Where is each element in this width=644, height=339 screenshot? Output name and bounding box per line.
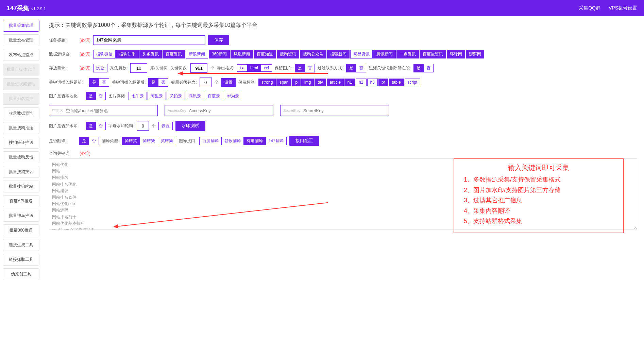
- sidebar-item-8[interactable]: 搜狗验证推送: [3, 137, 39, 149]
- translate-api-opt-1[interactable]: 谷歌翻译: [221, 137, 243, 145]
- html-tag-opt-10[interactable]: table: [389, 79, 404, 86]
- sidebar-item-0[interactable]: 批量采集管理: [3, 20, 39, 32]
- sidebar-item-16[interactable]: 链接抓取工具: [3, 254, 39, 266]
- source-tag-12[interactable]: 腾讯新闻: [373, 50, 396, 58]
- source-tag-8[interactable]: 搜狗资讯: [277, 50, 299, 58]
- sidebar: 批量采集管理批量发布管理发布站点监控批量自媒体管理批量短视频管理批量排名监控收录…: [0, 16, 42, 284]
- html-tag-opt-9[interactable]: br: [378, 79, 388, 86]
- fmt-label: 导出格式:: [217, 65, 234, 71]
- alpha-label: 字母水印轮询:: [108, 123, 134, 129]
- header-link-qq[interactable]: 采集QQ群: [579, 5, 600, 11]
- must-set-button[interactable]: 设置: [221, 78, 236, 87]
- sidebar-item-1[interactable]: 批量发布管理: [3, 34, 39, 46]
- sidebar-item-11[interactable]: 批量搜狗绑站: [3, 181, 39, 192]
- source-tag-13[interactable]: 一点资讯: [396, 50, 419, 58]
- source-tag-1[interactable]: 搜狗知乎: [116, 50, 139, 58]
- filter-contact-opt-0[interactable]: 是: [346, 64, 356, 72]
- translate-opt-0[interactable]: 是: [79, 137, 89, 145]
- source-tag-2[interactable]: 头条资讯: [139, 50, 162, 58]
- html-tag-opt-7[interactable]: h2: [356, 79, 366, 86]
- kw-after-opt-1[interactable]: 否: [158, 78, 168, 87]
- translate-type-opt-0[interactable]: 简转英: [122, 137, 140, 145]
- html-tag-opt-5[interactable]: article: [327, 79, 344, 86]
- api-config-button[interactable]: 接口配置: [289, 136, 319, 146]
- sidebar-item-14[interactable]: 批量360推送: [3, 224, 39, 236]
- html-tag-opt-1[interactable]: span: [276, 79, 291, 86]
- must-input[interactable]: [200, 78, 212, 87]
- sidebar-item-17[interactable]: 伪原创工具: [3, 268, 39, 280]
- translate-api-opt-2[interactable]: 有道翻译: [243, 137, 266, 145]
- source-tag-9[interactable]: 搜狗公众号: [300, 50, 326, 58]
- source-tag-15[interactable]: 环球网: [447, 50, 465, 58]
- html-tag-opt-11[interactable]: script: [405, 79, 421, 86]
- translate-api-opt-0[interactable]: 百度翻译: [199, 137, 221, 145]
- source-tag-6[interactable]: 凤凰新闻: [231, 50, 253, 58]
- header-link-vps[interactable]: VPS拨号设置: [609, 5, 637, 11]
- translate-api-opt-3[interactable]: 147翻译: [266, 137, 287, 145]
- translate-type-opt-1[interactable]: 简转繁: [140, 137, 158, 145]
- keep-img-opt-0[interactable]: 是: [295, 64, 305, 72]
- cloud-opt-1[interactable]: 阿里云: [148, 92, 166, 100]
- filter-contact-opt-1[interactable]: 否: [356, 64, 366, 72]
- fmt-opt-0[interactable]: txt: [237, 64, 247, 72]
- kw-after-opt-0[interactable]: 是: [148, 78, 158, 87]
- source-tag-0[interactable]: 搜狗微信: [93, 50, 116, 58]
- filter-contact-segment: 是否: [346, 64, 366, 72]
- translate-type-opt-2[interactable]: 英转简: [158, 137, 176, 145]
- task-title-input[interactable]: [93, 35, 205, 45]
- fmt-opt-1[interactable]: html: [247, 64, 261, 72]
- sidebar-item-12[interactable]: 百度API推送: [3, 195, 39, 207]
- alpha-input[interactable]: [137, 121, 149, 131]
- kw-count-label: 关键词数:: [170, 65, 188, 71]
- save-button[interactable]: 保存: [208, 35, 229, 45]
- translate-opt-1[interactable]: 否: [89, 137, 99, 145]
- source-tag-14[interactable]: 百度最资讯: [420, 50, 446, 58]
- ak-input[interactable]: [189, 108, 270, 113]
- filter-del-opt-1[interactable]: 否: [423, 64, 434, 72]
- alpha-set-button[interactable]: 设置: [158, 122, 173, 130]
- cloud-opt-4[interactable]: 百度云: [205, 92, 223, 100]
- source-tag-4[interactable]: 新浪新闻: [186, 50, 208, 58]
- filter-del-opt-0[interactable]: 是: [413, 64, 423, 72]
- sk-input[interactable]: [303, 108, 386, 113]
- img-local-opt-1[interactable]: 否: [96, 92, 106, 100]
- kw-before-opt-0[interactable]: 是: [89, 78, 99, 87]
- sidebar-item-10[interactable]: 批量搜狗投诉: [3, 166, 39, 178]
- keep-img-opt-1[interactable]: 否: [305, 64, 315, 72]
- html-tag-opt-6[interactable]: h1: [344, 79, 355, 86]
- keep-img-segment: 是否: [295, 64, 315, 72]
- kw-count-input[interactable]: [190, 63, 207, 73]
- sidebar-item-2[interactable]: 发布站点监控: [3, 49, 39, 61]
- sidebar-item-6[interactable]: 收录数据查询: [3, 107, 39, 119]
- fmt-opt-2[interactable]: xxf: [261, 64, 272, 72]
- html-tag-opt-2[interactable]: p: [292, 79, 301, 86]
- sidebar-item-13[interactable]: 批量神马推送: [3, 210, 39, 222]
- cloud-opt-0[interactable]: 七牛云: [129, 92, 147, 100]
- source-tag-5[interactable]: 360新闻: [209, 50, 230, 58]
- source-tag-11[interactable]: 网易资讯: [350, 50, 373, 58]
- space-input[interactable]: [66, 108, 155, 113]
- browse-button[interactable]: 浏览: [93, 64, 107, 72]
- count-input[interactable]: [130, 63, 147, 73]
- html-tag-opt-8[interactable]: h3: [367, 79, 378, 86]
- translate-type-segment: 简转英简转繁英转简: [122, 137, 176, 145]
- source-tag-7[interactable]: 百度知道: [254, 50, 276, 58]
- img-local-opt-0[interactable]: 是: [86, 92, 96, 100]
- kw-before-opt-1[interactable]: 否: [99, 78, 109, 87]
- source-tag-16[interactable]: 澎湃网: [466, 50, 484, 58]
- cloud-opt-5[interactable]: 华为云: [224, 92, 242, 100]
- source-tag-10[interactable]: 搜狐新闻: [327, 50, 350, 58]
- watermark-opt-1[interactable]: 否: [96, 122, 106, 130]
- sidebar-item-15[interactable]: 链接生成工具: [3, 239, 39, 251]
- sidebar-item-7[interactable]: 批量搜狗推送: [3, 122, 39, 134]
- sidebar-item-9[interactable]: 批量搜狗反馈: [3, 151, 39, 163]
- cloud-opt-3[interactable]: 腾讯云: [186, 92, 204, 100]
- watermark-opt-0[interactable]: 是: [86, 122, 96, 130]
- count-unit: 篇/关键词: [150, 65, 167, 71]
- watermark-test-button[interactable]: 水印测试: [175, 121, 205, 131]
- source-tag-3[interactable]: 百度资讯: [163, 50, 185, 58]
- html-tag-opt-3[interactable]: img: [301, 79, 314, 86]
- cloud-opt-2[interactable]: 又拍云: [167, 92, 185, 100]
- html-tag-opt-4[interactable]: div: [315, 79, 326, 86]
- html-tag-opt-0[interactable]: strong: [258, 79, 276, 86]
